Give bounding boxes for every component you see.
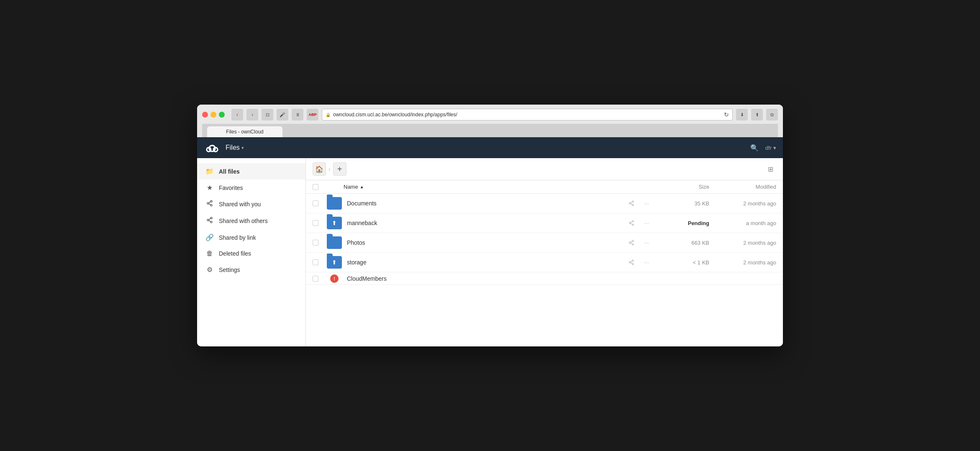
fullscreen-button[interactable] xyxy=(219,112,225,118)
folder-icon-photos xyxy=(325,236,344,249)
notification-badge: ! xyxy=(330,274,339,283)
folder-icon: 📁 xyxy=(205,167,214,175)
share-action-photos[interactable] xyxy=(626,237,637,249)
file-size-documents: 35 KB xyxy=(659,200,709,207)
app-title-area[interactable]: Files ▾ xyxy=(226,144,244,151)
close-button[interactable] xyxy=(202,112,208,118)
more-action-manneback[interactable]: ··· xyxy=(641,217,652,229)
download-button[interactable]: ⬇ xyxy=(736,109,748,120)
active-tab[interactable]: Files - ownCloud xyxy=(207,126,282,137)
shared-arrow-icon-storage: ⬆ xyxy=(332,259,337,266)
sidebar-item-shared-with-others[interactable]: Shared with others xyxy=(197,213,305,229)
file-actions-documents: ··· xyxy=(626,197,652,209)
row-checkbox-manneback[interactable] xyxy=(313,220,318,226)
file-name-photos: Photos xyxy=(344,239,626,246)
plus-icon: + xyxy=(337,164,342,174)
minimize-button[interactable] xyxy=(210,112,216,118)
row-checkbox-cloudmembers[interactable] xyxy=(313,276,318,282)
folder-icon-manneback: ⬆ xyxy=(325,217,344,229)
table-row[interactable]: ⬆ manneback ··· xyxy=(306,213,783,233)
table-row[interactable]: Photos ··· 663 KB 2 months ago xyxy=(306,233,783,253)
sidebar-label-deleted-files: Deleted files xyxy=(219,250,251,257)
folder-icon-cloudmembers: ! xyxy=(325,274,344,283)
link-icon: 🔗 xyxy=(205,233,214,241)
row-checkbox-storage[interactable] xyxy=(313,259,318,265)
file-size-manneback: Pending xyxy=(659,220,709,226)
select-all-checkbox[interactable] xyxy=(313,184,318,190)
sidebar-item-favorites[interactable]: ★ Favorites xyxy=(197,179,305,196)
file-modified-storage: 2 months ago xyxy=(709,259,776,266)
breadcrumb-bar: 🏠 › + ⊞ xyxy=(306,158,783,180)
more-action-photos[interactable]: ··· xyxy=(641,237,652,249)
file-modified-documents: 2 months ago xyxy=(709,200,776,207)
app-container: Files ▾ 🔍 dfr ▾ 📁 All files ★ Favorites xyxy=(197,137,783,346)
browser-window: ‹ › ⊡ 🎤 ⏸ ABP 🔒 owncloud.cism.ucl.ac.be/… xyxy=(197,105,783,346)
top-nav: Files ▾ 🔍 dfr ▾ xyxy=(197,137,783,158)
folder-icon-documents xyxy=(325,197,344,210)
sidebar-item-all-files[interactable]: 📁 All files xyxy=(197,163,305,179)
file-size-photos: 663 KB xyxy=(659,240,709,246)
share-action-manneback[interactable] xyxy=(626,217,637,229)
file-size-storage: < 1 KB xyxy=(659,259,709,266)
share-browser-button[interactable]: ⬆ xyxy=(751,109,763,120)
share-action-storage[interactable] xyxy=(626,256,637,268)
search-nav-icon[interactable]: 🔍 xyxy=(749,142,760,154)
share-icon-2 xyxy=(205,217,214,225)
trash-icon: 🗑 xyxy=(205,250,214,257)
star-icon: ★ xyxy=(205,184,214,192)
row-checkbox-documents[interactable] xyxy=(313,200,318,206)
sidebar: 📁 All files ★ Favorites Shared with you xyxy=(197,158,306,346)
address-bar[interactable]: 🔒 owncloud.cism.ucl.ac.be/owncloud/index… xyxy=(322,109,733,120)
table-row[interactable]: ! CloudMembers xyxy=(306,272,783,285)
user-name: dfr xyxy=(765,145,772,151)
sidebar-item-settings[interactable]: ⚙ Settings xyxy=(197,261,305,278)
svg-line-7 xyxy=(209,202,211,203)
share-icon-1 xyxy=(205,200,214,208)
sidebar-item-shared-with-you[interactable]: Shared with you xyxy=(197,196,305,213)
grid-view-button[interactable]: ⊞ xyxy=(765,163,776,175)
user-menu[interactable]: dfr ▾ xyxy=(765,145,776,151)
new-tab-button[interactable]: ⧉ xyxy=(766,109,778,120)
file-list-header: Name ▲ Size Modified xyxy=(306,180,783,194)
name-column-label: Name xyxy=(344,184,358,190)
adblock-button[interactable]: ABP xyxy=(307,109,318,120)
sort-arrow-icon: ▲ xyxy=(360,184,364,189)
shared-arrow-icon: ⬆ xyxy=(332,220,337,226)
file-actions-storage: ··· xyxy=(626,256,652,268)
svg-line-27 xyxy=(631,241,632,242)
forward-button[interactable]: › xyxy=(246,109,258,120)
table-row[interactable]: Documents ··· 35 KB 2 months ago xyxy=(306,194,783,213)
more-action-documents[interactable]: ··· xyxy=(641,197,652,209)
refresh-button[interactable]: ↻ xyxy=(724,111,729,118)
file-modified-manneback: a month ago xyxy=(709,220,776,226)
back-button[interactable]: ‹ xyxy=(231,109,243,120)
sidebar-item-shared-by-link[interactable]: 🔗 Shared by link xyxy=(197,229,305,246)
sidebar-label-settings: Settings xyxy=(219,266,240,273)
new-file-button[interactable]: + xyxy=(333,162,346,176)
table-row[interactable]: ⬆ storage ··· xyxy=(306,253,783,272)
file-modified-photos: 2 months ago xyxy=(709,240,776,246)
row-checkbox-photos[interactable] xyxy=(313,240,318,246)
sidebar-item-deleted-files[interactable]: 🗑 Deleted files xyxy=(197,246,305,261)
browser-tab-bar: Files - ownCloud xyxy=(202,124,778,137)
owncloud-logo xyxy=(204,139,221,156)
share-action-documents[interactable] xyxy=(626,197,637,209)
breadcrumb-separator: › xyxy=(328,166,331,172)
more-action-storage[interactable]: ··· xyxy=(641,256,652,268)
grid-icon: ⊞ xyxy=(768,165,773,173)
svg-line-12 xyxy=(209,218,211,220)
home-icon: 🏠 xyxy=(315,165,323,173)
name-sort-button[interactable]: Name ▲ xyxy=(344,184,659,190)
main-layout: 📁 All files ★ Favorites Shared with you xyxy=(197,158,783,346)
svg-line-6 xyxy=(209,204,211,205)
mic-button[interactable]: 🎤 xyxy=(277,109,288,120)
sidebar-toggle-button[interactable]: ⊡ xyxy=(262,109,273,120)
sidebar-label-shared-with-others: Shared with others xyxy=(219,218,268,224)
file-name-cloudmembers: CloudMembers xyxy=(344,275,776,282)
home-button[interactable]: 🏠 xyxy=(313,162,326,176)
lock-icon: 🔒 xyxy=(326,113,331,117)
svg-line-11 xyxy=(209,220,211,222)
pause-button[interactable]: ⏸ xyxy=(292,109,303,120)
sidebar-label-favorites: Favorites xyxy=(219,184,243,191)
size-column-header: Size xyxy=(659,184,709,190)
